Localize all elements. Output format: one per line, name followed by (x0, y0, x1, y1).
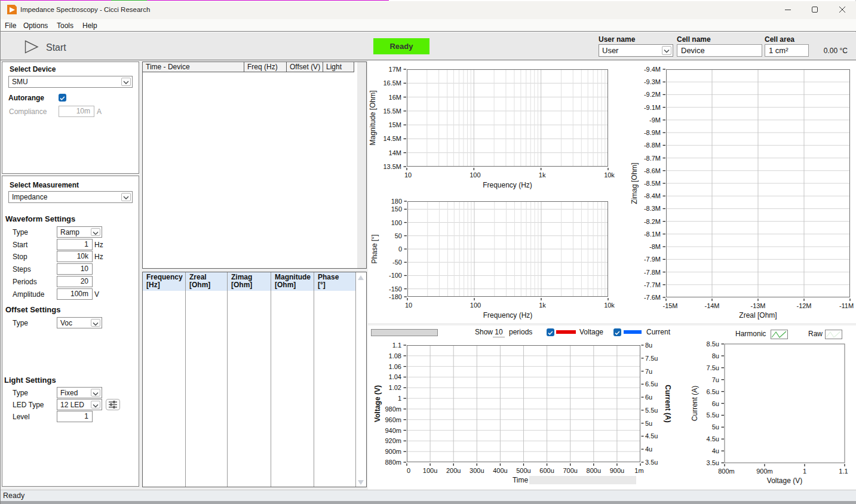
svg-text:-8.3M: -8.3M (644, 205, 661, 212)
svg-text:-180: -180 (389, 293, 402, 300)
svg-text:-7.8M: -7.8M (644, 269, 661, 276)
svg-text:15.5M: 15.5M (383, 107, 401, 115)
svg-text:-8.4M: -8.4M (644, 192, 661, 199)
svg-text:Zimag [Ohm]: Zimag [Ohm] (630, 162, 639, 204)
svg-text:50: 50 (395, 232, 402, 239)
svg-text:1.04: 1.04 (389, 373, 401, 380)
svg-text:8u: 8u (712, 352, 719, 359)
svg-text:1.02: 1.02 (389, 384, 401, 391)
svg-text:Zreal [Ohm]: Zreal [Ohm] (739, 311, 777, 319)
svg-text:6.5u: 6.5u (645, 380, 658, 388)
svg-text:7.5u: 7.5u (645, 355, 658, 362)
svg-text:400u: 400u (493, 467, 507, 474)
svg-text:10k: 10k (604, 171, 615, 179)
svg-text:10: 10 (404, 171, 412, 179)
svg-text:Frequency (Hz): Frequency (Hz) (483, 311, 533, 319)
svg-text:-9M: -9M (649, 116, 661, 124)
svg-text:8.5u: 8.5u (707, 340, 719, 348)
svg-text:1.08: 1.08 (389, 352, 401, 359)
svg-text:-9.2M: -9.2M (644, 91, 661, 98)
svg-text:Time: Time (513, 476, 529, 484)
svg-text:Phase [°]: Phase [°] (370, 235, 379, 264)
svg-text:14M: 14M (389, 149, 401, 156)
svg-text:180: 180 (391, 198, 402, 205)
svg-text:150: 150 (391, 205, 402, 213)
svg-text:6.5u: 6.5u (707, 388, 719, 395)
svg-text:Current (A): Current (A) (691, 386, 699, 421)
svg-text:900m: 900m (756, 468, 773, 475)
svg-text:15M: 15M (389, 121, 401, 128)
svg-text:3.5u: 3.5u (645, 459, 658, 466)
svg-text:800u: 800u (587, 467, 601, 474)
svg-text:10: 10 (405, 302, 412, 309)
svg-text:-7.7M: -7.7M (644, 281, 661, 288)
svg-text:1.06: 1.06 (389, 363, 401, 370)
svg-text:880m: 880m (385, 459, 401, 466)
svg-text:-15M: -15M (662, 302, 677, 309)
svg-text:-100: -100 (389, 272, 402, 279)
svg-text:Voltage (V): Voltage (V) (373, 385, 382, 422)
svg-text:-8.1M: -8.1M (644, 231, 661, 238)
svg-text:5.5u: 5.5u (645, 407, 658, 414)
svg-text:1m: 1m (634, 467, 643, 474)
svg-text:6u: 6u (712, 400, 719, 407)
svg-text:-8.8M: -8.8M (644, 142, 661, 149)
svg-text:-12M: -12M (796, 302, 811, 309)
svg-text:-11M: -11M (839, 302, 854, 309)
svg-text:800m: 800m (718, 468, 735, 475)
svg-text:1: 1 (398, 395, 401, 402)
svg-text:4u: 4u (645, 445, 652, 453)
svg-text:-9.3M: -9.3M (644, 78, 661, 85)
svg-text:1k: 1k (539, 302, 546, 309)
svg-text:-8.9M: -8.9M (644, 129, 661, 136)
svg-text:1.1: 1.1 (839, 468, 848, 475)
svg-text:6u: 6u (645, 394, 652, 401)
svg-text:5u: 5u (712, 423, 719, 431)
svg-text:7u: 7u (712, 376, 719, 383)
svg-text:16M: 16M (389, 94, 401, 101)
svg-text:-8.5M: -8.5M (644, 180, 661, 187)
svg-text:-8.2M: -8.2M (644, 218, 661, 225)
svg-text:5.5u: 5.5u (707, 411, 719, 419)
svg-text:980m: 980m (385, 405, 401, 413)
svg-text:960m: 960m (385, 416, 401, 423)
svg-text:-14M: -14M (704, 302, 719, 309)
svg-text:4.5u: 4.5u (645, 432, 658, 440)
svg-text:Current (A): Current (A) (664, 385, 672, 422)
svg-text:14.5M: 14.5M (383, 135, 401, 142)
svg-text:3.5u: 3.5u (707, 459, 719, 466)
svg-text:200u: 200u (446, 467, 461, 474)
svg-text:5u: 5u (645, 420, 652, 427)
svg-text:-8M: -8M (649, 243, 661, 250)
svg-text:100: 100 (470, 302, 481, 309)
svg-text:8u: 8u (645, 342, 652, 349)
svg-text:1: 1 (803, 468, 806, 475)
svg-text:900m: 900m (385, 448, 401, 455)
svg-text:16.5M: 16.5M (383, 79, 401, 87)
svg-text:4u: 4u (712, 447, 719, 454)
svg-text:-7.6M: -7.6M (644, 294, 661, 301)
svg-text:920m: 920m (385, 437, 401, 444)
svg-text:-50: -50 (392, 259, 402, 266)
svg-text:0: 0 (407, 467, 410, 474)
svg-text:600u: 600u (539, 467, 554, 474)
svg-text:7.5u: 7.5u (707, 364, 719, 371)
svg-text:0: 0 (398, 245, 402, 253)
svg-text:10k: 10k (604, 302, 615, 309)
svg-text:1k: 1k (539, 171, 546, 179)
svg-text:-7.9M: -7.9M (644, 256, 661, 263)
svg-text:100u: 100u (423, 467, 437, 474)
svg-text:100: 100 (470, 171, 480, 179)
svg-text:Frequency (Hz): Frequency (Hz) (483, 181, 532, 189)
svg-text:13.5M: 13.5M (383, 163, 401, 170)
svg-text:300u: 300u (470, 467, 484, 474)
svg-text:-9.4M: -9.4M (644, 66, 661, 73)
svg-text:1.1: 1.1 (392, 342, 401, 349)
svg-text:940m: 940m (385, 427, 401, 434)
svg-text:-9.1M: -9.1M (644, 104, 661, 111)
svg-text:Voltage (V): Voltage (V) (767, 477, 802, 485)
svg-text:-8.7M: -8.7M (644, 155, 661, 162)
svg-text:500u: 500u (516, 467, 530, 474)
svg-text:100: 100 (391, 219, 402, 226)
svg-text:-8.6M: -8.6M (644, 167, 661, 174)
